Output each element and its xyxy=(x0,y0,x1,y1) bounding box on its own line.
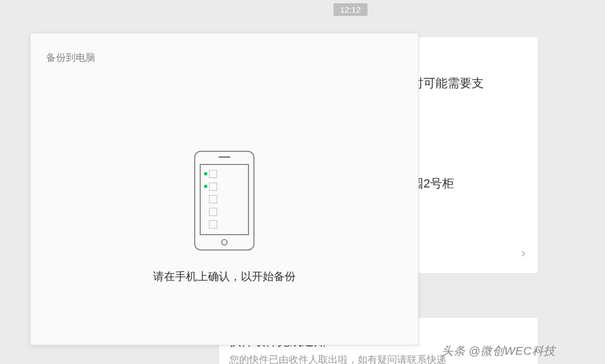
background-partial-text: 时可能需要支 ！ xyxy=(411,73,484,112)
dialog-title: 备份到电脑 xyxy=(46,51,95,64)
chevron-right-icon xyxy=(518,249,528,261)
phone-illustration-icon xyxy=(194,151,255,251)
timestamp-badge: 12:12 xyxy=(333,3,367,16)
backup-dialog: 备份到电脑 请在手机上确认，以开始备份 xyxy=(30,33,419,345)
dialog-message: 请在手机上确认，以开始备份 xyxy=(31,269,418,284)
watermark-text: 头条 @微创WEC科技 xyxy=(442,343,556,359)
notification-subtitle: 您的快件已由收件人取出啦，如有疑问请联系快递 xyxy=(229,353,446,364)
